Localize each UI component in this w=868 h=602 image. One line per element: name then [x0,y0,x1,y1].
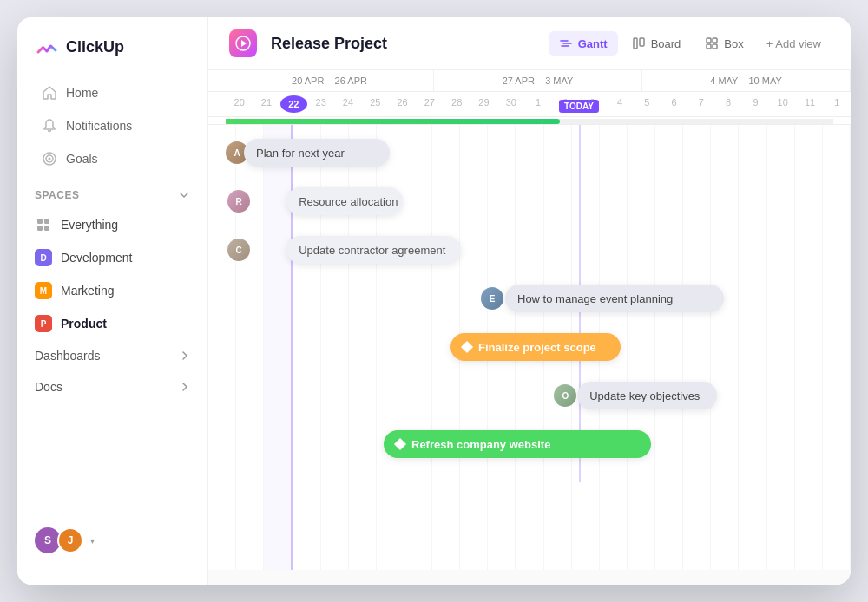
date-num-19: 9 [742,95,769,113]
everything-label: Everything [61,218,118,232]
svg-rect-16 [707,44,711,49]
task-label-contractor: Update contractor agreement [299,244,445,257]
add-view-label: + Add view [766,37,821,50]
nav-dashboards[interactable]: Dashboards [17,340,207,371]
task-row-finalize: Finalize project scope [226,328,833,366]
task-bar-plan[interactable]: Plan for next year [244,139,390,167]
project-icon [229,29,257,57]
gantt-tasks: A Plan for next year R Resource allocati… [208,125,851,482]
home-icon [42,85,57,101]
date-num-3: 23 [307,95,334,113]
nav-goals-label: Goals [66,152,98,166]
tab-board[interactable]: Board [621,31,692,56]
task-row-objectives: O Update key objectives [252,376,833,415]
svg-rect-14 [707,38,711,43]
chevron-right-icon [180,350,190,361]
date-numbers: 202122232425262728293012345678910111 [208,92,851,116]
date-range-1: 27 APR – 3 MAY [434,70,642,91]
add-view-button[interactable]: + Add view [758,32,830,56]
task-row-plan: A Plan for next year [226,134,833,172]
date-num-21: 11 [796,95,823,113]
nav-home-label: Home [66,86,98,100]
date-num-5: 25 [362,95,389,113]
tab-board-label: Board [651,37,681,50]
nav-item-home[interactable]: Home [24,77,201,108]
svg-rect-3 [37,219,43,224]
avatar-j: J [57,527,83,553]
nav-item-goals[interactable]: Goals [24,143,201,174]
date-num-22: 1 [824,95,851,113]
date-range-label-2: 4 MAY – 10 MAY [710,75,782,86]
date-num-7: 27 [416,95,443,113]
sidebar: ClickUp Home Notifications Goals Space [17,17,208,585]
logo: ClickUp [17,35,207,76]
gantt-body[interactable]: A Plan for next year R Resource allocati… [208,125,851,570]
date-num-2: 22 [280,95,307,113]
task-bar-event[interactable]: How to manage event planning [505,285,724,312]
sidebar-item-development[interactable]: D Development [17,242,207,273]
task-label-event: How to manage event planning [517,292,673,305]
date-num-20: 10 [769,95,796,113]
view-tabs: Gantt Board Box [549,31,830,56]
sidebar-item-everything[interactable]: Everything [17,209,207,240]
date-range-label-1: 27 APR – 3 MAY [503,75,574,86]
task-bar-objectives[interactable]: Update key objectives [577,382,717,409]
date-num-16: 6 [661,95,687,113]
diamond-icon-finalize [461,341,473,353]
task-bar-resource[interactable]: Resource allocation [286,187,403,215]
sidebar-item-marketing[interactable]: M Marketing [17,275,207,306]
date-range-2: 4 MAY – 10 MAY [642,70,851,91]
task-bar-contractor[interactable]: Update contractor agreement [286,236,461,264]
sidebar-item-product[interactable]: P Product [17,308,207,339]
mkt-icon: M [35,282,52,299]
task-label-resource: Resource allocation [299,195,398,208]
sidebar-bottom: S J ▾ [17,514,207,567]
date-ranges: 20 APR – 26 APR 27 APR – 3 MAY 4 MAY – 1… [208,70,851,92]
chevron-right-icon-docs [180,382,190,392]
date-range-0: 20 APR – 26 APR [226,70,434,91]
spaces-header: Spaces [17,175,207,208]
svg-rect-15 [713,38,717,43]
date-num-10: 30 [497,95,524,113]
date-num-11: 1 [524,95,551,113]
chevron-down-icon [178,189,190,201]
svg-rect-12 [634,38,637,49]
task-row-website: Refresh company website [226,425,833,463]
main-content: Release Project Gantt Board [208,17,851,585]
nav-docs[interactable]: Docs [17,371,207,402]
gantt-container: 20 APR – 26 APR 27 APR – 3 MAY 4 MAY – 1… [208,70,851,585]
spaces-label: Spaces [35,189,79,201]
project-title: Release Project [271,35,387,53]
task-label-finalize: Finalize project scope [478,341,596,354]
prod-icon: P [35,315,52,332]
today-badge: TODAY [559,100,599,113]
avatar-task-event: E [481,287,503,310]
date-num-0: 20 [226,95,253,113]
target-icon [42,151,57,167]
app-container: ClickUp Home Notifications Goals Space [17,17,851,585]
task-label-objectives: Update key objectives [589,389,700,402]
date-num-4: 24 [334,95,361,113]
date-num-15: 5 [634,95,661,113]
logo-icon [35,35,59,59]
nav-item-notifications[interactable]: Notifications [24,110,201,141]
avatar-task-contractor: C [227,239,250,261]
date-num-1: 21 [253,95,279,113]
tab-gantt[interactable]: Gantt [549,31,618,56]
top-bar: Release Project Gantt Board [208,17,851,70]
date-num-8: 28 [444,95,470,113]
task-bar-finalize[interactable]: Finalize project scope [450,333,621,361]
gantt-icon [559,36,573,50]
svg-marker-8 [241,40,247,47]
task-row-contractor: C Update contractor agreement [252,231,833,269]
date-num-14: 4 [606,95,633,113]
tab-box[interactable]: Box [694,31,753,56]
avatar-task-resource: R [227,190,250,213]
user-chevron-icon[interactable]: ▾ [90,536,95,546]
docs-label: Docs [35,380,62,394]
date-num-6: 26 [389,95,416,113]
task-bar-website[interactable]: Refresh company website [384,430,651,458]
task-row-resource: R Resource allocation [252,182,833,220]
task-label-plan: Plan for next year [256,147,345,160]
gantt-header: 20 APR – 26 APR 27 APR – 3 MAY 4 MAY – 1… [208,70,851,117]
